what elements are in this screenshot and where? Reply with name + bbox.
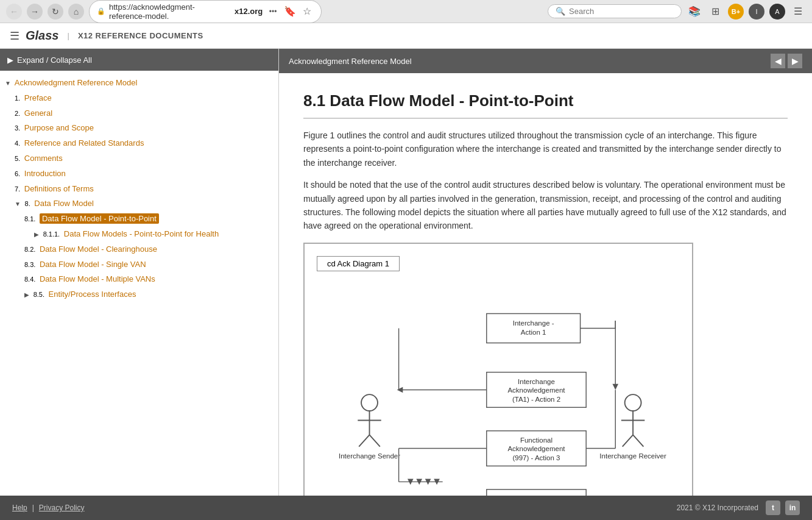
svg-line-3 bbox=[359, 435, 369, 446]
prev-arrow-button[interactable]: ◀ bbox=[771, 54, 785, 68]
bullet-definitions: 7. bbox=[15, 184, 20, 195]
link-reference[interactable]: Reference and Related Standards bbox=[24, 138, 144, 148]
tree-item-introduction[interactable]: 6. Introduction bbox=[0, 166, 278, 182]
forward-button[interactable]: → bbox=[27, 4, 43, 20]
link-dataflow-83[interactable]: Data Flow Model - Single VAN bbox=[40, 260, 146, 269]
main-layout: ▶ Expand / Collapse All ▼ Acknowledgment… bbox=[0, 49, 812, 496]
twitter-icon[interactable]: t bbox=[766, 500, 780, 515]
browser-chrome: ← → ↻ ⌂ 🔒 https://acknowledgment-referen… bbox=[0, 0, 812, 23]
paragraph-2: It should be noted that the use of the c… bbox=[303, 178, 788, 233]
link-comments[interactable]: Comments bbox=[24, 154, 63, 163]
tree-item-dataflow[interactable]: ▼ 8. Data Flow Model bbox=[0, 196, 278, 212]
bullet-85: 8.5. bbox=[34, 290, 44, 301]
diagram-container: cd Ack Diagram 1 Interchange Sender In bbox=[303, 243, 693, 496]
next-arrow-button[interactable]: ▶ bbox=[788, 54, 802, 68]
svg-line-4 bbox=[370, 435, 380, 446]
tree-item-purpose[interactable]: 3. Purpose and Scope bbox=[0, 121, 278, 136]
diagram-svg: Interchange Sender Interchange Receiver … bbox=[317, 283, 680, 496]
link-definitions[interactable]: Definitions of Terms bbox=[24, 184, 94, 193]
expand-collapse-button[interactable]: ▶ Expand / Collapse All bbox=[0, 49, 278, 71]
reload-button[interactable]: ↻ bbox=[48, 4, 63, 20]
svg-point-0 bbox=[361, 394, 378, 411]
tree-item-definitions[interactable]: 7. Definitions of Terms bbox=[0, 182, 278, 197]
tree-item-dataflow-84[interactable]: 8.4. Data Flow Model - Multiple VANs bbox=[0, 272, 278, 287]
bullet-reference: 4. bbox=[15, 138, 20, 149]
linkedin-icon[interactable]: in bbox=[785, 500, 800, 515]
bullet-dataflow: 8. bbox=[25, 199, 30, 210]
svg-text:Interchange -: Interchange - bbox=[513, 319, 554, 326]
tree-item-preface[interactable]: 1. Preface bbox=[0, 91, 278, 106]
triangle-dataflow: ▼ bbox=[15, 199, 21, 209]
content-scroll[interactable]: 8.1 Data Flow Model - Point-to-Point Fig… bbox=[279, 73, 812, 496]
footer-social: t in bbox=[766, 500, 800, 515]
tree-item-reference[interactable]: 4. Reference and Related Standards bbox=[0, 136, 278, 151]
search-input[interactable] bbox=[569, 7, 674, 16]
star-icon[interactable]: ☆ bbox=[300, 4, 314, 20]
avatar-b-plus[interactable]: B+ bbox=[728, 4, 744, 20]
brand-title: X12 REFERENCE DOCUMENTS bbox=[78, 31, 203, 40]
url-prefix: https://acknowledgment-reference-model. bbox=[109, 2, 231, 21]
hamburger-icon[interactable]: ☰ bbox=[10, 29, 19, 43]
link-dataflow[interactable]: Data Flow Model bbox=[34, 199, 94, 208]
svg-text:Functional: Functional bbox=[520, 436, 553, 444]
diagram-title: cd Ack Diagram 1 bbox=[317, 256, 400, 271]
profile-initial[interactable]: I bbox=[749, 4, 764, 20]
menu-button[interactable]: ☰ bbox=[790, 4, 806, 20]
svg-text:Interchange Sender: Interchange Sender bbox=[339, 452, 400, 460]
link-dataflow-85[interactable]: Entity/Process Interfaces bbox=[49, 290, 136, 299]
content-nav-arrows: ◀ ▶ bbox=[771, 54, 802, 68]
link-dataflow-81[interactable]: Data Flow Model - Point-to-Point bbox=[40, 213, 159, 224]
svg-text:(997) - Action 3: (997) - Action 3 bbox=[512, 454, 560, 461]
profile-avatar[interactable]: A bbox=[769, 4, 785, 20]
bullet-83: 8.3. bbox=[24, 260, 35, 271]
link-preface[interactable]: Preface bbox=[24, 93, 52, 102]
svg-text:Acknowledgement: Acknowledgement bbox=[507, 386, 565, 394]
svg-text:Interchange Receiver: Interchange Receiver bbox=[599, 452, 666, 460]
bullet-purpose: 3. bbox=[15, 123, 20, 134]
tree-item-dataflow-83[interactable]: 8.3. Data Flow Model - Single VAN bbox=[0, 257, 278, 272]
link-arm[interactable]: Acknowledgment Reference Model bbox=[15, 78, 138, 87]
footer-help-link[interactable]: Help bbox=[12, 504, 27, 512]
search-bar[interactable]: 🔍 bbox=[548, 4, 682, 18]
app-header: ☰ Glass | X12 REFERENCE DOCUMENTS bbox=[0, 23, 812, 49]
library-icon[interactable]: 📚 bbox=[687, 4, 702, 20]
brand-separator: | bbox=[67, 31, 69, 40]
tree-item-dataflow-82[interactable]: 8.2. Data Flow Model - Clearinghouse bbox=[0, 242, 278, 257]
back-button[interactable]: ← bbox=[6, 4, 22, 20]
footer-sep: | bbox=[32, 504, 34, 512]
url-more-button[interactable]: ••• bbox=[266, 4, 280, 20]
link-dataflow-82[interactable]: Data Flow Model - Clearinghouse bbox=[40, 244, 157, 254]
layout-icon[interactable]: ⊞ bbox=[707, 4, 723, 20]
tree-item-comments[interactable]: 5. Comments bbox=[0, 151, 278, 166]
bookmark-icon[interactable]: 🔖 bbox=[283, 4, 297, 20]
bullet-82: 8.2. bbox=[24, 244, 35, 255]
link-dataflow-811[interactable]: Data Flow Models - Point-to-Point for He… bbox=[64, 229, 219, 238]
content-area: Acknowledgment Reference Model ◀ ▶ 8.1 D… bbox=[279, 49, 812, 496]
tree-item-general[interactable]: 2. General bbox=[0, 106, 278, 121]
footer-privacy-link[interactable]: Privacy Policy bbox=[39, 504, 85, 512]
link-dataflow-84[interactable]: Data Flow Model - Multiple VANs bbox=[40, 274, 155, 283]
svg-line-10 bbox=[633, 435, 643, 446]
svg-point-6 bbox=[625, 394, 641, 411]
url-bold: x12.org bbox=[235, 7, 263, 16]
svg-marker-24 bbox=[397, 386, 403, 393]
tree-item-dataflow-81[interactable]: 8.1. Data Flow Model - Point-to-Point bbox=[0, 212, 278, 227]
link-general[interactable]: General bbox=[24, 109, 52, 118]
footer-copyright: 2021 © X12 Incorporated bbox=[677, 504, 758, 512]
footer-right: 2021 © X12 Incorporated t in bbox=[677, 500, 800, 515]
tree-item-arm[interactable]: ▼ Acknowledgment Reference Model bbox=[0, 76, 278, 91]
expand-icon: ▶ bbox=[7, 55, 13, 65]
home-button[interactable]: ⌂ bbox=[68, 4, 84, 20]
link-introduction[interactable]: Introduction bbox=[24, 169, 66, 178]
svg-text:Implementation: Implementation bbox=[512, 495, 560, 496]
tree-item-dataflow-811[interactable]: ▶ 8.1.1. Data Flow Models - Point-to-Poi… bbox=[0, 227, 278, 242]
tree-item-dataflow-85[interactable]: ▶ 8.5. Entity/Process Interfaces bbox=[0, 287, 278, 302]
svg-line-9 bbox=[623, 435, 633, 446]
bullet-811: 8.1.1. bbox=[43, 229, 60, 240]
bullet-81: 8.1. bbox=[24, 214, 35, 225]
lock-icon: 🔒 bbox=[97, 7, 105, 15]
content-header-title: Acknowledgment Reference Model bbox=[289, 57, 412, 66]
link-purpose[interactable]: Purpose and Scope bbox=[24, 123, 94, 132]
triangle-icon: ▼ bbox=[5, 79, 11, 88]
bullet-introduction: 6. bbox=[15, 169, 20, 180]
